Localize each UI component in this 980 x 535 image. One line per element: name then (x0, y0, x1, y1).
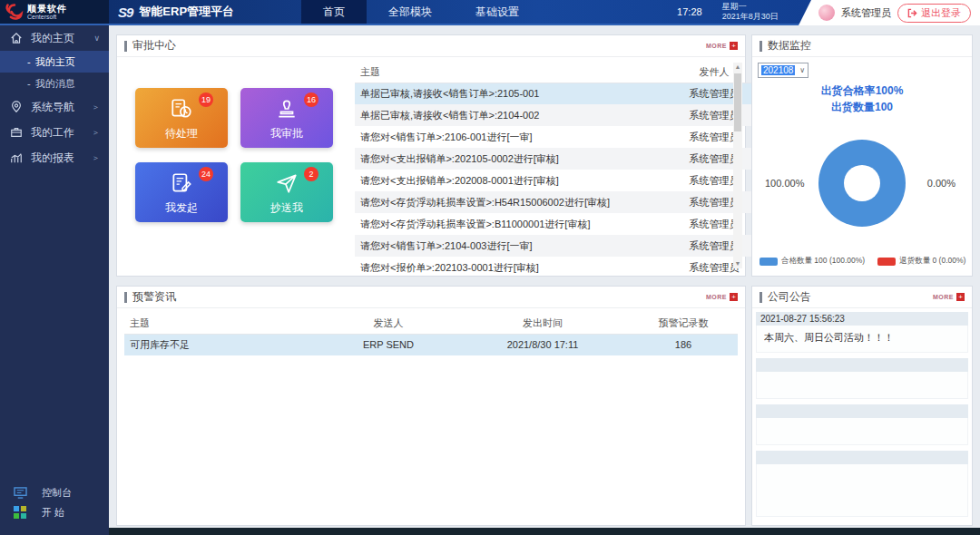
monitor-stats: 出货合格率100% 出货数量100 (752, 83, 972, 115)
legend-qualified[interactable]: 合格数量 100 (100.00%) (760, 256, 865, 267)
announcement-text (756, 418, 968, 445)
approval-panel-head: 审批中心 MORE + (117, 35, 745, 57)
nav-home[interactable]: 首页 (301, 0, 367, 24)
tile-label: 待处理 (165, 126, 198, 141)
nav-all-modules[interactable]: 全部模块 (367, 0, 454, 24)
announce-panel-head: 公司公告 MORE + (752, 287, 972, 308)
sidebar-item-my-work[interactable]: 我的工作 ＞ (0, 120, 109, 145)
table-row[interactable]: 可用库存不足 ERP SEND 2021/8/30 17:11 186 (124, 334, 738, 355)
scroll-down-icon[interactable]: ▼ (733, 259, 742, 268)
sidebar-sub-label: 我的主页 (35, 55, 75, 69)
row-alert-count: 186 (629, 334, 738, 355)
sidebar-sub-my-messages[interactable]: - 我的消息 (0, 73, 109, 94)
logo-text: 顺景软件 Centersoft (27, 5, 67, 20)
sidebar-item-my-home[interactable]: 我的主页 ∨ (0, 25, 109, 51)
alerts-more-button[interactable]: MORE + (706, 293, 738, 301)
avatar[interactable] (818, 5, 835, 21)
chevron-right-icon: ＞ (92, 102, 100, 113)
more-label: MORE (933, 294, 954, 300)
announcement-item[interactable]: 2021-08-27 15:56:23 本周六、周日公司活动！！！ (756, 312, 968, 353)
stamp-icon (275, 97, 299, 121)
more-label: MORE (706, 294, 727, 300)
donut-hole (844, 165, 880, 201)
announce-panel-title: 公司公告 (760, 289, 811, 305)
scrollbar-thumb[interactable] (734, 73, 741, 131)
sidebar-sub-my-home[interactable]: - 我的主页 (0, 51, 109, 73)
pass-rate-text: 出货合格率100% (752, 83, 972, 99)
announcement-date (756, 358, 968, 372)
scroll-up-icon[interactable]: ▲ (733, 63, 742, 72)
row-subject: 请您对<存货浮动耗损率设置>:B11000001进行[审核] (355, 213, 674, 235)
tile-initiated[interactable]: 24 我发起 (135, 162, 228, 222)
sidebar-item-system-nav[interactable]: 系统导航 ＞ (0, 94, 109, 120)
period-value: 202108 (761, 65, 795, 75)
announce-more-button[interactable]: MORE + (933, 293, 965, 301)
more-plus-icon: + (956, 293, 965, 301)
start-label: 开 始 (42, 506, 64, 520)
table-scrollbar[interactable]: ▲ ▼ (733, 63, 742, 268)
sub-bullet: - (27, 56, 31, 67)
alerts-panel: 预警资讯 MORE + 主题 发送人 发出时间 预警记录数 可用库 (116, 286, 746, 526)
announcement-text (756, 464, 968, 517)
col-subject: 主题 (355, 63, 674, 83)
approval-center-panel: 审批中心 MORE + 19 待处理 (116, 34, 746, 277)
topbar: 顺景软件 Centersoft S9 智能ERP管理平台 首页 全部模块 基础设… (0, 0, 980, 25)
announcement-list: 2021-08-27 15:56:23 本周六、周日公司活动！！！ (756, 312, 968, 522)
more-plus-icon: + (730, 42, 738, 50)
row-subject: 请您对<支出报销单>:202105-0002进行[审核] (355, 148, 674, 170)
sidebar-item-label: 系统导航 (31, 100, 92, 115)
sub-bullet: - (27, 78, 31, 89)
alerts-table: 主题 发送人 发出时间 预警记录数 可用库存不足 ERP SEND 2021/8… (124, 314, 738, 355)
logout-label: 退出登录 (921, 6, 961, 20)
announcements-panel: 公司公告 MORE + 2021-08-27 15:56:23 本周六、周日公司… (751, 286, 973, 526)
row-time: 2021/8/30 17:11 (456, 334, 629, 355)
tile-cc-me[interactable]: 2 抄送我 (240, 162, 333, 222)
chevron-right-icon: ＞ (92, 152, 100, 164)
paper-plane-icon (275, 171, 299, 195)
pending-doc-clock-icon (170, 97, 193, 121)
chart-legend: 合格数量 100 (100.00%) 退货数量 0 (0.00%) (760, 256, 965, 267)
donut-left-label: 100.00% (765, 178, 804, 189)
announcement-item-empty (756, 404, 968, 445)
legend-swatch-red (877, 258, 896, 266)
bottom-strip (109, 528, 980, 535)
start-button[interactable]: 开 始 (0, 502, 109, 522)
sidebar: 我的主页 ∨ - 我的主页 - 我的消息 系统导航 ＞ 我的工作 ＞ (0, 25, 109, 535)
legend-returned[interactable]: 退货数量 0 (0.00%) (877, 256, 965, 267)
logo-en: Centersoft (27, 14, 67, 20)
donut-right-label: 0.00% (927, 178, 956, 189)
bar-chart-icon (9, 151, 24, 165)
announcement-text (756, 372, 968, 399)
announcement-item-empty (756, 358, 968, 399)
tile-label: 我发起 (165, 200, 198, 216)
cc-me-count-badge: 2 (304, 167, 318, 181)
erp-dashboard: 顺景软件 Centersoft S9 智能ERP管理平台 首页 全部模块 基础设… (0, 0, 980, 535)
tile-label: 抄送我 (270, 200, 303, 216)
approval-more-button[interactable]: MORE + (706, 42, 738, 50)
alerts-panel-head: 预警资讯 MORE + (117, 287, 745, 308)
row-subject: 请您对<销售订单>:2104-003进行[一审] (355, 235, 674, 257)
approval-tiles: 19 待处理 16 我审批 24 我发起 (135, 88, 333, 222)
product-name: 智能ERP管理平台 (139, 4, 234, 20)
data-monitor-panel: 数据监控 202108 ∨ 出货合格率100% 出货数量100 100.00% … (751, 34, 973, 277)
chevron-down-icon: ∨ (93, 34, 100, 43)
nav-basic-settings[interactable]: 基础设置 (454, 0, 541, 24)
alerts-panel-title: 预警资讯 (124, 289, 176, 305)
row-subject: 请您对<报价单>:202103-0001进行[审核] (355, 257, 674, 278)
sidebar-item-label: 我的报表 (31, 151, 92, 166)
console-button[interactable]: 控制台 (0, 482, 109, 502)
period-dropdown[interactable]: 202108 ∨ (758, 63, 808, 78)
tile-pending[interactable]: 19 待处理 (135, 88, 228, 148)
col-sender: 发送人 (320, 314, 456, 334)
tile-my-approvals[interactable]: 16 我审批 (240, 88, 333, 148)
chevron-right-icon: ＞ (92, 127, 100, 139)
row-subject: 请您对<销售订单>:2106-001进行[一审] (355, 126, 674, 148)
alerts-table-header: 主题 发送人 发出时间 预警记录数 (124, 314, 738, 334)
weekday: 星期一 (722, 2, 779, 12)
doc-edit-icon (170, 171, 193, 195)
logout-button[interactable]: 退出登录 (897, 4, 971, 23)
more-label: MORE (706, 43, 727, 49)
sidebar-item-my-reports[interactable]: 我的报表 ＞ (0, 145, 109, 170)
logo-cn: 顺景软件 (27, 5, 67, 14)
monitor-panel-head: 数据监控 (752, 35, 972, 57)
